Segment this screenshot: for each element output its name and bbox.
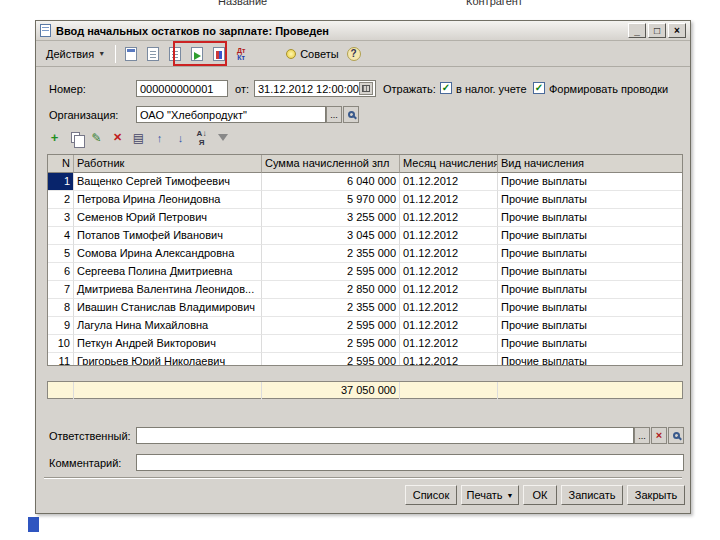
cell-employee[interactable]: Лагула Нина Михайловна bbox=[74, 317, 262, 335]
close-window-button[interactable]: Закрыть bbox=[627, 485, 685, 505]
move-up-button[interactable]: ↑ bbox=[150, 129, 169, 146]
cell-accrual-kind[interactable]: Прочие выплаты bbox=[498, 263, 683, 281]
responsible-select-button[interactable]: ... bbox=[634, 427, 650, 444]
cell-row-number[interactable]: 1 bbox=[48, 173, 74, 191]
cell-accrual-kind[interactable]: Прочие выплаты bbox=[498, 353, 683, 366]
tax-accounting-checkbox[interactable] bbox=[440, 82, 452, 94]
cell-employee[interactable]: Потапов Тимофей Иванович bbox=[74, 227, 262, 245]
cell-amount[interactable]: 2 595 000 bbox=[262, 335, 400, 353]
cell-month[interactable]: 01.12.2012 bbox=[400, 281, 498, 299]
cell-row-number[interactable]: 3 bbox=[48, 209, 74, 227]
cell-row-number[interactable]: 6 bbox=[48, 263, 74, 281]
organization-input[interactable]: ОАО "Хлебопродукт" bbox=[136, 106, 326, 123]
column-header-kind[interactable]: Вид начисления bbox=[498, 155, 683, 173]
cell-employee[interactable]: Сергеева Полина Дмитриевна bbox=[74, 263, 262, 281]
close-button[interactable]: × bbox=[668, 23, 686, 38]
generate-postings-checkbox[interactable] bbox=[533, 82, 545, 94]
cell-month[interactable]: 01.12.2012 bbox=[400, 317, 498, 335]
cell-amount[interactable]: 5 970 000 bbox=[262, 191, 400, 209]
cell-amount[interactable]: 2 595 000 bbox=[262, 353, 400, 366]
table-row[interactable]: 4Потапов Тимофей Иванович3 045 00001.12.… bbox=[48, 227, 682, 245]
cell-month[interactable]: 01.12.2012 bbox=[400, 173, 498, 191]
cell-month[interactable]: 01.12.2012 bbox=[400, 191, 498, 209]
print-button[interactable]: Печать▼ bbox=[461, 485, 519, 505]
save-button[interactable]: Записать bbox=[561, 485, 623, 505]
edit-row-button[interactable]: ✎ bbox=[87, 129, 106, 146]
cell-amount[interactable]: 2 595 000 bbox=[262, 317, 400, 335]
date-input[interactable]: 31.12.2012 12:00:00 bbox=[254, 80, 376, 97]
cell-amount[interactable]: 2 355 000 bbox=[262, 245, 400, 263]
cell-accrual-kind[interactable]: Прочие выплаты bbox=[498, 299, 683, 317]
cell-accrual-kind[interactable]: Прочие выплаты bbox=[498, 335, 683, 353]
cell-row-number[interactable]: 5 bbox=[48, 245, 74, 263]
add-row-button[interactable]: + bbox=[45, 129, 64, 146]
cell-month[interactable]: 01.12.2012 bbox=[400, 263, 498, 281]
comment-input[interactable] bbox=[136, 454, 684, 471]
responsible-search-button[interactable] bbox=[668, 427, 684, 444]
table-row[interactable]: 10Петкун Андрей Викторович2 595 00001.12… bbox=[48, 335, 682, 353]
table-row[interactable]: 6Сергеева Полина Дмитриевна2 595 00001.1… bbox=[48, 263, 682, 281]
table-row[interactable]: 3Семенов Юрий Петрович3 255 00001.12.201… bbox=[48, 209, 682, 227]
list-settings-button[interactable]: ▤ bbox=[129, 129, 148, 146]
cell-row-number[interactable]: 11 bbox=[48, 353, 74, 366]
cell-row-number[interactable]: 9 bbox=[48, 317, 74, 335]
cell-accrual-kind[interactable]: Прочие выплаты bbox=[498, 227, 683, 245]
responsible-input[interactable] bbox=[136, 427, 634, 444]
cell-employee[interactable]: Петрова Ирина Леонидовна bbox=[74, 191, 262, 209]
column-header-employee[interactable]: Работник bbox=[74, 155, 262, 173]
dtkt-button[interactable]: ДтКт bbox=[230, 43, 252, 65]
list-button[interactable]: Список bbox=[405, 485, 457, 505]
cell-accrual-kind[interactable]: Прочие выплаты bbox=[498, 191, 683, 209]
cell-accrual-kind[interactable]: Прочие выплаты bbox=[498, 209, 683, 227]
copy-row-button[interactable] bbox=[66, 129, 85, 146]
cell-month[interactable]: 01.12.2012 bbox=[400, 227, 498, 245]
table-row[interactable]: 8Ивашин Станислав Владимирович2 355 0000… bbox=[48, 299, 682, 317]
number-input[interactable]: 000000000001 bbox=[136, 80, 228, 97]
cell-month[interactable]: 01.12.2012 bbox=[400, 299, 498, 317]
cell-amount[interactable]: 3 045 000 bbox=[262, 227, 400, 245]
cell-employee[interactable]: Григорьев Юрий Николаевич bbox=[74, 353, 262, 366]
minimize-button[interactable]: _ bbox=[628, 23, 646, 38]
delete-row-button[interactable]: ✕ bbox=[108, 129, 127, 146]
cell-amount[interactable]: 3 255 000 bbox=[262, 209, 400, 227]
cell-employee[interactable]: Семенов Юрий Петрович bbox=[74, 209, 262, 227]
post-document-button[interactable] bbox=[186, 43, 208, 65]
column-header-n[interactable]: N bbox=[48, 155, 74, 173]
cell-amount[interactable]: 2 355 000 bbox=[262, 299, 400, 317]
table-row[interactable]: 1Ващенко Сергей Тимофеевич6 040 00001.12… bbox=[48, 173, 682, 191]
move-down-button[interactable]: ↓ bbox=[171, 129, 190, 146]
cell-month[interactable]: 01.12.2012 bbox=[400, 209, 498, 227]
organization-select-button[interactable]: ... bbox=[326, 106, 342, 123]
structure-button[interactable] bbox=[142, 43, 164, 65]
actions-menu-button[interactable]: Действия▼ bbox=[40, 43, 111, 65]
calendar-button[interactable] bbox=[359, 82, 373, 95]
table-row[interactable]: 5Сомова Ирина Александровна2 355 00001.1… bbox=[48, 245, 682, 263]
cell-row-number[interactable]: 4 bbox=[48, 227, 74, 245]
cell-row-number[interactable]: 10 bbox=[48, 335, 74, 353]
cell-employee[interactable]: Сомова Ирина Александровна bbox=[74, 245, 262, 263]
table-row[interactable]: 7Дмитриева Валентина Леонидов...2 850 00… bbox=[48, 281, 682, 299]
cell-employee[interactable]: Петкун Андрей Викторович bbox=[74, 335, 262, 353]
table-row[interactable]: 9Лагула Нина Михайловна2 595 00001.12.20… bbox=[48, 317, 682, 335]
cell-amount[interactable]: 2 850 000 bbox=[262, 281, 400, 299]
cell-employee[interactable]: Ивашин Станислав Владимирович bbox=[74, 299, 262, 317]
tips-button[interactable]: Советы bbox=[280, 43, 344, 65]
table-row[interactable]: 11Григорьев Юрий Николаевич2 595 00001.1… bbox=[48, 353, 682, 366]
column-header-month[interactable]: Месяц начисления bbox=[400, 155, 498, 173]
cell-month[interactable]: 01.12.2012 bbox=[400, 353, 498, 366]
cell-month[interactable]: 01.12.2012 bbox=[400, 245, 498, 263]
cell-row-number[interactable]: 7 bbox=[48, 281, 74, 299]
cell-employee[interactable]: Ващенко Сергей Тимофеевич bbox=[74, 173, 262, 191]
document-movements-button[interactable] bbox=[208, 43, 230, 65]
cell-row-number[interactable]: 8 bbox=[48, 299, 74, 317]
fill-button[interactable] bbox=[164, 43, 186, 65]
cell-employee[interactable]: Дмитриева Валентина Леонидов... bbox=[74, 281, 262, 299]
cell-accrual-kind[interactable]: Прочие выплаты bbox=[498, 173, 683, 191]
responsible-clear-button[interactable] bbox=[651, 427, 667, 444]
help-button[interactable]: ? bbox=[345, 45, 363, 63]
title-bar[interactable]: Ввод начальных остатков по зарплате: Про… bbox=[36, 21, 690, 41]
organization-search-button[interactable] bbox=[343, 106, 359, 123]
cell-accrual-kind[interactable]: Прочие выплаты bbox=[498, 281, 683, 299]
cell-row-number[interactable]: 2 bbox=[48, 191, 74, 209]
sort-button[interactable]: А↓Я bbox=[192, 129, 211, 146]
